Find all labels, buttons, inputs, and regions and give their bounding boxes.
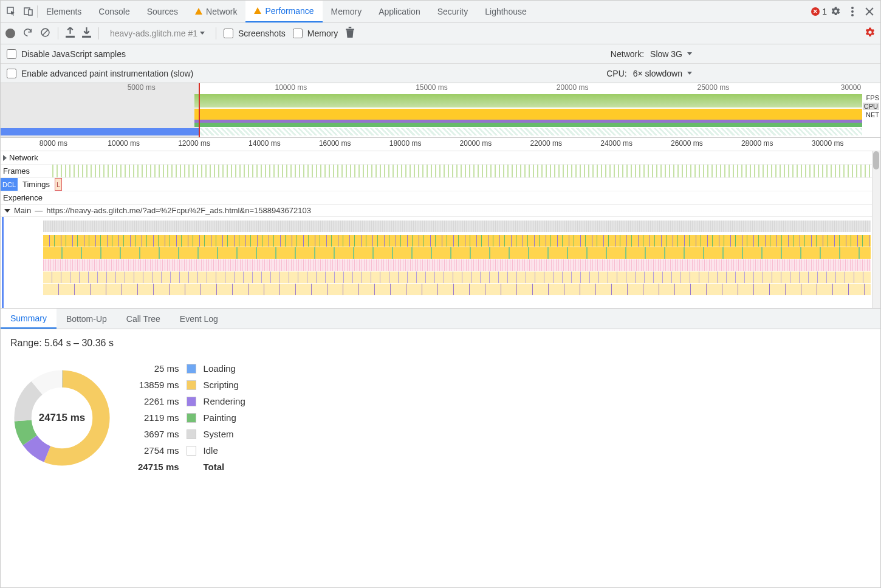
flame-row[interactable]: [43, 259, 871, 271]
save-profile-icon[interactable]: [82, 27, 91, 39]
tab-console[interactable]: Console: [90, 1, 138, 22]
error-count-value: 1: [822, 7, 827, 16]
capture-settings-gear-icon[interactable]: [865, 27, 876, 39]
track-network-label: Network: [1, 151, 52, 164]
clear-button[interactable]: [40, 27, 50, 39]
warning-icon: [254, 7, 261, 14]
subtab-bottom-up[interactable]: Bottom-Up: [57, 309, 117, 329]
disable-js-checkbox-input[interactable]: [7, 49, 16, 59]
track-main-header[interactable]: Main — https://heavy-ads.glitch.me/?ad=%…: [1, 205, 880, 217]
overview-minimap[interactable]: 5000 ms 10000 ms 15000 ms 20000 ms 25000…: [1, 83, 880, 138]
tab-performance[interactable]: Performance: [245, 1, 322, 22]
delete-recording-icon[interactable]: [345, 27, 355, 39]
tab-sources[interactable]: Sources: [139, 1, 187, 22]
svg-point-4: [851, 10, 854, 13]
legend-swatch-system: [187, 429, 196, 439]
timeline-ruler[interactable]: 8000 ms 10000 ms 12000 ms 14000 ms 16000…: [1, 138, 880, 151]
track-frames-label: Frames: [1, 165, 52, 177]
legend-ms: 2119 ms: [138, 412, 179, 423]
flame-row[interactable]: [43, 247, 871, 259]
screenshots-checkbox-input[interactable]: [224, 29, 233, 38]
more-menu-icon[interactable]: [844, 3, 861, 20]
tab-lighthouse[interactable]: Lighthouse: [476, 1, 535, 22]
tab-network[interactable]: Network: [187, 1, 245, 22]
expand-icon[interactable]: [3, 155, 7, 161]
load-profile-icon[interactable]: [66, 27, 75, 39]
main-url: https://heavy-ads.glitch.me/?ad=%2Fcpu%2…: [46, 206, 311, 215]
overview-cpu-lane: [1, 109, 862, 127]
legend-ms: 13859 ms: [138, 380, 179, 390]
cpu-throttle-select[interactable]: 6× slowdown: [633, 69, 692, 78]
legend-label: System: [204, 429, 245, 439]
tab-elements[interactable]: Elements: [38, 1, 90, 22]
ruler-tick: 26000 ms: [671, 139, 703, 148]
device-toggle-icon[interactable]: [20, 3, 37, 20]
track-timings[interactable]: DCL Timings L: [1, 178, 880, 191]
legend-swatch-loading: [187, 364, 196, 374]
legend-ms: 25 ms: [138, 363, 179, 374]
enable-paint-label: Enable advanced paint instrumentation (s…: [21, 69, 193, 78]
overview-ticks: 5000 ms 10000 ms 15000 ms 20000 ms 25000…: [1, 83, 880, 94]
memory-checkbox-input[interactable]: [293, 29, 303, 38]
enable-paint-checkbox[interactable]: Enable advanced paint instrumentation (s…: [7, 69, 193, 78]
tab-security[interactable]: Security: [429, 1, 477, 22]
svg-rect-12: [346, 29, 355, 30]
track-frames[interactable]: Frames: [1, 165, 880, 178]
svg-rect-11: [82, 35, 91, 37]
devtools-top-tabs: Elements Console Sources Network Perform…: [1, 1, 880, 22]
flame-row[interactable]: [43, 220, 871, 232]
overview-tick: 5000 ms: [128, 83, 156, 92]
memory-checkbox[interactable]: Memory: [293, 29, 338, 38]
overview-tick: 10000 ms: [275, 83, 307, 92]
flame-row[interactable]: [43, 272, 871, 283]
summary-panel: Range: 5.64 s – 30.36 s 24715 ms 25 msLo…: [1, 329, 880, 480]
overview-tick: 25000 ms: [698, 83, 730, 92]
screenshots-label: Screenshots: [238, 29, 286, 38]
network-value: Slow 3G: [650, 49, 682, 59]
summary-legend: 25 msLoading 13859 msScripting 2261 msRe…: [138, 363, 245, 472]
range-text: Range: 5.64 s – 30.36 s: [10, 338, 871, 349]
svg-line-9: [43, 30, 48, 35]
subtab-summary[interactable]: Summary: [1, 309, 57, 329]
legend-swatch-scripting: [187, 380, 196, 390]
chevron-down-icon: [687, 52, 692, 55]
overview-handle-left[interactable]: [199, 83, 200, 137]
settings-gear-icon[interactable]: [827, 3, 844, 20]
enable-paint-checkbox-input[interactable]: [7, 69, 16, 78]
tracks-scrollbar[interactable]: [872, 151, 880, 308]
tab-memory[interactable]: Memory: [323, 1, 371, 22]
error-icon: ✕: [811, 7, 820, 16]
ruler-tick: 14000 ms: [249, 139, 281, 148]
screenshots-checkbox[interactable]: Screenshots: [224, 29, 286, 38]
track-experience-label: Experience: [1, 191, 52, 204]
collapse-icon[interactable]: [4, 209, 10, 213]
tab-application[interactable]: Application: [370, 1, 429, 22]
inspect-element-icon[interactable]: [3, 3, 20, 20]
flame-row[interactable]: [43, 284, 871, 295]
close-devtools-icon[interactable]: [861, 3, 878, 20]
dcl-marker[interactable]: DCL: [1, 178, 18, 191]
network-throttle-select[interactable]: Slow 3G: [650, 49, 692, 59]
track-main-label: Main: [14, 206, 31, 215]
recording-select[interactable]: heavy-ads.glitch.me #1: [106, 27, 208, 39]
legend-swatch-rendering: [187, 397, 196, 406]
scrollbar-thumb[interactable]: [873, 151, 879, 169]
load-marker[interactable]: L: [55, 178, 62, 191]
flame-row[interactable]: [43, 235, 871, 247]
ruler-tick: 12000 ms: [178, 139, 210, 148]
record-button[interactable]: [5, 29, 15, 38]
overview-lane-labels: FPS CPU NET: [863, 94, 879, 118]
selection-indicator: [2, 217, 4, 308]
warning-icon: [195, 8, 202, 15]
track-experience[interactable]: Experience: [1, 191, 880, 205]
overview-fps-label: FPS: [863, 94, 879, 101]
error-count[interactable]: ✕ 1: [811, 7, 827, 16]
track-network[interactable]: Network: [1, 151, 880, 165]
subtab-event-log[interactable]: Event Log: [170, 309, 228, 329]
reload-button[interactable]: [22, 27, 33, 39]
ruler-tick: 10000 ms: [108, 139, 140, 148]
flame-chart[interactable]: [1, 217, 880, 308]
subtab-call-tree[interactable]: Call Tree: [117, 309, 170, 329]
legend-label: Idle: [204, 445, 245, 456]
disable-js-checkbox[interactable]: Disable JavaScript samples: [7, 49, 126, 59]
